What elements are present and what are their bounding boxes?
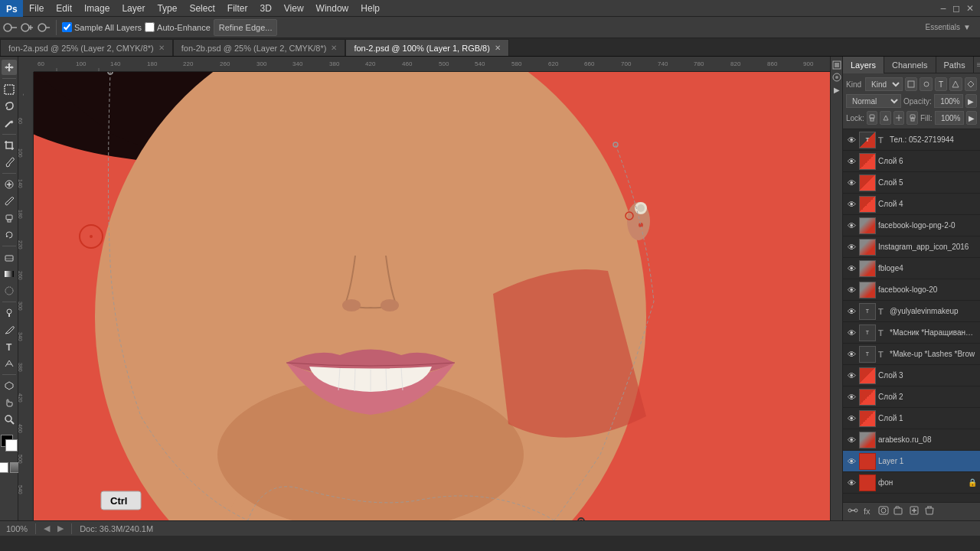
layer-eye-5[interactable]: 👁 bbox=[846, 178, 857, 188]
layer-eye-2[interactable]: 👁 bbox=[846, 392, 857, 403]
tool-eraser[interactable] bbox=[2, 249, 17, 265]
auto-enhance-checkbox[interactable]: Auto-Enhance bbox=[145, 22, 211, 32]
zoom-out-icon[interactable]: ◀ bbox=[44, 523, 50, 533]
filter-shape-icon[interactable] bbox=[949, 77, 962, 91]
kind-select[interactable]: Kind bbox=[865, 77, 903, 91]
tab-1[interactable]: fon-2a.psd @ 25% (Layer 2, CMYK/8*) ✕ bbox=[0, 39, 173, 56]
tool-selection[interactable] bbox=[2, 82, 17, 97]
tab-close-1[interactable]: ✕ bbox=[158, 44, 165, 52]
tool-pen[interactable] bbox=[2, 322, 17, 337]
tool-brush[interactable] bbox=[2, 194, 17, 209]
tool-lasso[interactable] bbox=[2, 99, 17, 114]
layer-eye-instagram[interactable]: 👁 bbox=[846, 242, 857, 253]
layer-eye-fbloge4[interactable]: 👁 bbox=[846, 263, 857, 274]
tab-2[interactable]: fon-2b.psd @ 25% (Layer 2, CMYK/8*) ✕ bbox=[173, 39, 346, 56]
panel-expand-button[interactable]: ≡ bbox=[974, 57, 980, 73]
menu-image[interactable]: Image bbox=[78, 0, 116, 17]
standard-mode-button[interactable] bbox=[0, 462, 8, 473]
layer-eye-1[interactable]: 👁 bbox=[846, 413, 857, 424]
brush-plus-icon[interactable] bbox=[20, 21, 34, 34]
layer-item-fon[interactable]: 👁 фон 🔒 bbox=[843, 472, 980, 494]
tool-history-brush[interactable] bbox=[2, 227, 17, 243]
tool-zoom[interactable] bbox=[2, 412, 17, 427]
tool-move[interactable] bbox=[2, 60, 17, 75]
tool-dodge[interactable] bbox=[2, 305, 17, 321]
mini-tool-2[interactable] bbox=[831, 72, 842, 83]
layer-eye-3[interactable]: 👁 bbox=[846, 370, 857, 381]
lock-transparent-icon[interactable] bbox=[867, 111, 878, 125]
menu-filter[interactable]: Filter bbox=[221, 0, 254, 17]
link-layers-icon[interactable] bbox=[848, 505, 858, 518]
layer-eye-fb-logo[interactable]: 👁 bbox=[846, 220, 857, 231]
lock-position-icon[interactable] bbox=[893, 111, 905, 125]
layer-item-arabesko[interactable]: 👁 arabesko.ru_08 bbox=[843, 429, 980, 451]
refine-edge-button[interactable]: Refine Edge... bbox=[214, 19, 278, 36]
layer-item-6[interactable]: 👁 Слой 6 bbox=[843, 151, 980, 172]
layer-item-fb20[interactable]: 👁 facebook-logo-20 bbox=[843, 279, 980, 301]
lock-all-icon[interactable] bbox=[906, 111, 918, 125]
mini-tool-3[interactable]: ▶ bbox=[831, 84, 842, 95]
tool-gradient[interactable] bbox=[2, 266, 17, 282]
tool-eyedropper[interactable] bbox=[2, 155, 17, 170]
zoom-in-icon[interactable]: ▶ bbox=[57, 523, 64, 533]
add-mask-icon[interactable] bbox=[878, 505, 889, 518]
lock-image-icon[interactable] bbox=[880, 111, 891, 125]
layer-item-3[interactable]: 👁 Слой 3 bbox=[843, 365, 980, 386]
layer-item-fb-logo[interactable]: 👁 facebook-logo-png-2-0 bbox=[843, 215, 980, 236]
sample-all-layers-checkbox[interactable]: Sample All Layers bbox=[62, 22, 142, 32]
layer-eye-fb20[interactable]: 👁 bbox=[846, 285, 857, 295]
menu-edit[interactable]: Edit bbox=[50, 0, 78, 17]
menu-view[interactable]: View bbox=[278, 0, 310, 17]
filter-adjust-icon[interactable] bbox=[920, 77, 932, 91]
layer-item-fbloge4[interactable]: 👁 fbloge4 bbox=[843, 258, 980, 279]
new-layer-icon[interactable] bbox=[909, 505, 920, 518]
tab-close-3[interactable]: ✕ bbox=[495, 44, 501, 52]
fill-arrow-icon[interactable]: ▶ bbox=[966, 111, 978, 125]
restore-button[interactable]: ◻ bbox=[952, 3, 960, 14]
opacity-arrow-icon[interactable]: ▶ bbox=[965, 94, 977, 108]
fill-input[interactable] bbox=[935, 111, 964, 125]
tool-blur[interactable] bbox=[2, 283, 17, 298]
layer-eye-masnik[interactable]: 👁 bbox=[846, 328, 857, 338]
tool-path[interactable] bbox=[2, 356, 17, 371]
filter-smart-icon[interactable] bbox=[965, 77, 977, 91]
layer-eye-makeup[interactable]: 👁 bbox=[846, 349, 857, 360]
minimize-button[interactable]: − bbox=[940, 2, 946, 15]
menu-type[interactable]: Type bbox=[151, 0, 183, 17]
add-fx-icon[interactable]: fx bbox=[863, 505, 874, 518]
layer-eye-arabesko[interactable]: 👁 bbox=[846, 435, 857, 445]
filter-raster-icon[interactable] bbox=[905, 77, 917, 91]
opacity-input[interactable] bbox=[934, 94, 963, 108]
tool-crop[interactable] bbox=[2, 138, 17, 153]
mini-tool-1[interactable] bbox=[831, 60, 842, 70]
layer-eye-6[interactable]: 👁 bbox=[846, 156, 857, 167]
menu-file[interactable]: File bbox=[23, 0, 50, 17]
layer-eye-4[interactable]: 👁 bbox=[846, 199, 857, 210]
blend-mode-select[interactable]: Normal bbox=[846, 94, 901, 108]
layer-eye-fon[interactable]: 👁 bbox=[846, 478, 857, 488]
tab-close-2[interactable]: ✕ bbox=[331, 44, 337, 52]
tool-hand[interactable] bbox=[2, 395, 17, 410]
brush-minus-icon[interactable] bbox=[37, 21, 51, 34]
close-button[interactable]: ✕ bbox=[966, 3, 974, 14]
tool-stamp[interactable] bbox=[2, 210, 17, 226]
new-group-icon[interactable] bbox=[893, 505, 904, 518]
menu-select[interactable]: Select bbox=[183, 0, 220, 17]
layer-item-4[interactable]: 👁 Слой 4 bbox=[843, 194, 980, 215]
menu-3d[interactable]: 3D bbox=[253, 0, 277, 17]
tool-text[interactable]: T bbox=[2, 339, 17, 354]
filter-text-icon[interactable]: T bbox=[935, 77, 947, 91]
background-color[interactable] bbox=[5, 439, 18, 452]
menu-help[interactable]: Help bbox=[354, 0, 386, 17]
layer-item-2[interactable]: 👁 Слой 2 bbox=[843, 386, 980, 408]
layer-item-yulia[interactable]: 👁 T T @yulyalevinmakeup bbox=[843, 301, 980, 322]
delete-layer-icon[interactable] bbox=[924, 505, 935, 518]
tab-layers[interactable]: Layers bbox=[843, 57, 884, 73]
layer-item-layer1[interactable]: 👁 Layer 1 bbox=[843, 451, 980, 472]
tab-paths[interactable]: Paths bbox=[936, 57, 974, 73]
menu-window[interactable]: Window bbox=[310, 0, 355, 17]
tool-3d[interactable] bbox=[2, 378, 17, 393]
tool-heal[interactable] bbox=[2, 177, 17, 192]
layer-eye-tel[interactable]: 👁 bbox=[846, 135, 857, 145]
tool-magic-wand[interactable] bbox=[2, 116, 17, 131]
